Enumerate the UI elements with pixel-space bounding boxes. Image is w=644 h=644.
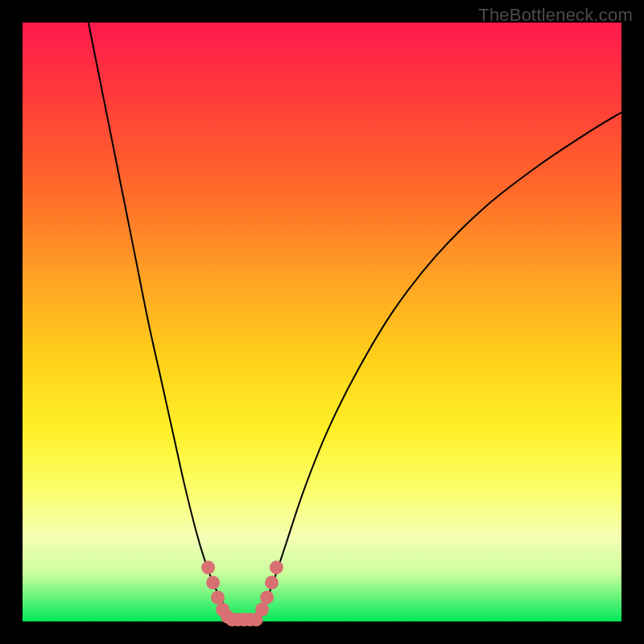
marker-dot — [201, 561, 215, 575]
marker-dot — [211, 591, 225, 605]
plot-area — [23, 23, 621, 621]
chart-svg — [23, 23, 621, 621]
curve-left-branch — [89, 23, 233, 621]
curve-right-branch — [256, 113, 621, 621]
marker-dot — [265, 576, 279, 589]
marker-group — [201, 561, 283, 627]
marker-dot — [206, 576, 220, 589]
chart-frame: TheBottleneck.com — [0, 0, 644, 644]
marker-dot — [270, 561, 283, 575]
marker-dot — [260, 591, 274, 605]
marker-dot — [255, 603, 269, 617]
